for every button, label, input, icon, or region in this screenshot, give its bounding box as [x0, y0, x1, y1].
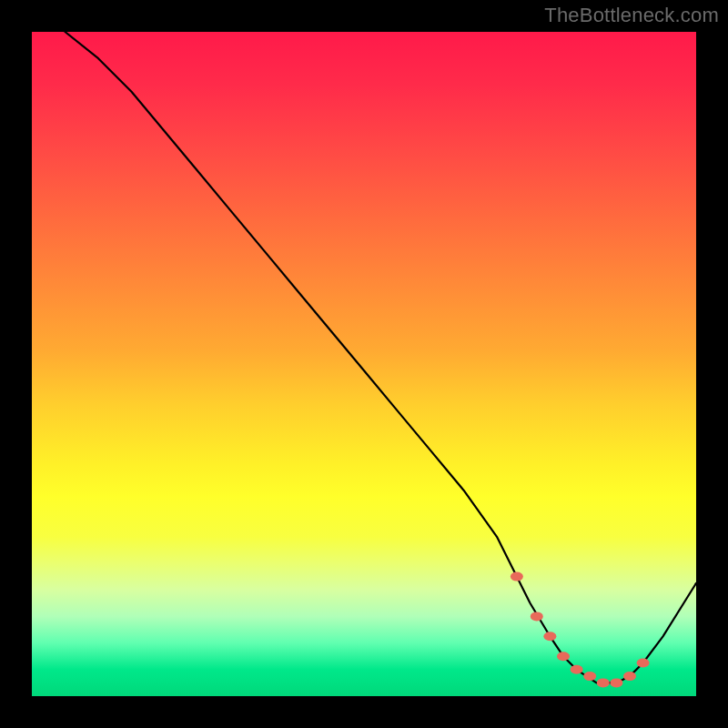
- watermark-text: TheBottleneck.com: [544, 4, 719, 27]
- marker-point: [583, 672, 596, 681]
- marker-point: [571, 665, 583, 674]
- marker-point: [557, 652, 570, 661]
- curve-svg: [32, 32, 696, 696]
- marker-point: [511, 572, 523, 581]
- marker-point: [637, 659, 650, 668]
- marker-point: [531, 612, 543, 621]
- bottleneck-curve: [66, 32, 697, 682]
- marker-point: [597, 678, 610, 687]
- marker-point: [610, 678, 622, 687]
- plot-area: [32, 32, 696, 696]
- marker-point: [543, 632, 556, 641]
- markers-group: [511, 572, 650, 688]
- marker-point: [623, 672, 636, 681]
